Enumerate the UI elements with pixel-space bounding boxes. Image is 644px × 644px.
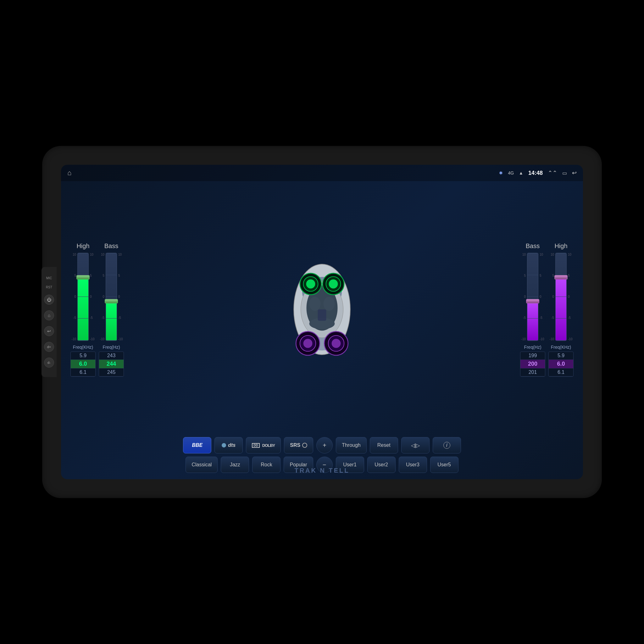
left-high-fader[interactable] bbox=[77, 253, 89, 341]
right-bass-channel: Bass 1050-5-10 bbox=[520, 242, 545, 377]
left-bass-scale-right: 1050-5-10 bbox=[118, 253, 123, 341]
left-bass-freq-label: Freq(Hz) bbox=[103, 345, 120, 350]
left-bass-channel: Bass 1050-5-10 bbox=[99, 242, 124, 377]
right-high-freq-val3[interactable]: 6.1 bbox=[549, 369, 573, 376]
through-label: Through bbox=[342, 442, 361, 448]
status-time: 14:48 bbox=[528, 170, 543, 176]
main-content: High 1050-5-10 bbox=[61, 181, 583, 479]
svg-point-5 bbox=[309, 297, 321, 311]
status-right: ✱ 4G ▲ 14:48 ⌃⌃ ▭ ↩ bbox=[499, 169, 577, 176]
right-bass-fader-wrapper: 1050-5-10 bbox=[521, 253, 544, 341]
rock-button[interactable]: Rock bbox=[252, 457, 280, 473]
user3-label: User3 bbox=[406, 462, 419, 468]
vol-up-button[interactable]: d+ bbox=[44, 342, 54, 352]
back-side-button[interactable]: ↩ bbox=[44, 326, 54, 336]
svg-point-6 bbox=[324, 297, 335, 311]
right-bass-label: Bass bbox=[526, 242, 540, 250]
mic-label: MIC bbox=[44, 276, 54, 280]
srs-label: SRS bbox=[290, 442, 300, 448]
window-icon[interactable]: ▭ bbox=[562, 170, 567, 176]
right-bass-scale-right: 1050-5-10 bbox=[540, 253, 544, 341]
left-high-channel: High 1050-5-10 bbox=[70, 242, 96, 377]
left-bass-fader-wrapper: 1050-5-10 bbox=[100, 253, 123, 341]
bbe-button[interactable]: BBE bbox=[183, 437, 211, 453]
left-high-scale-left: 1050-5-10 bbox=[72, 253, 76, 341]
back-status-icon[interactable]: ↩ bbox=[572, 169, 577, 176]
right-bass-freq-display: 199 200 201 bbox=[520, 352, 545, 377]
right-high-fader[interactable] bbox=[555, 253, 567, 341]
status-bar: ⌂ ✱ 4G ▲ 14:48 ⌃⌃ ▭ ↩ bbox=[61, 165, 583, 181]
brand-logo: TRAK N TELL bbox=[294, 467, 349, 474]
dolby-button[interactable]: DD DOLBY bbox=[246, 437, 281, 453]
volume-icon: ◁|▷ bbox=[411, 442, 420, 448]
svg-point-11 bbox=[306, 280, 315, 289]
right-high-label: High bbox=[554, 242, 567, 250]
plus-button[interactable]: + bbox=[316, 437, 333, 453]
bbe-label: BBE bbox=[192, 442, 203, 448]
left-bass-freq-val1[interactable]: 243 bbox=[99, 352, 124, 360]
side-controls: MIC RST ⏻ ⌂ ↩ d+ d- bbox=[42, 267, 57, 377]
left-bass-freq-val2[interactable]: 244 bbox=[99, 360, 124, 369]
dolby-box-icon: DD bbox=[252, 443, 259, 448]
right-high-freq-val1[interactable]: 5.9 bbox=[549, 352, 573, 360]
right-high-scale-left: 1050-5-10 bbox=[550, 253, 554, 341]
left-bass-fader[interactable] bbox=[106, 253, 117, 341]
left-high-freq-display: 5.9 6.0 6.1 bbox=[70, 352, 96, 377]
home-icon[interactable]: ⌂ bbox=[67, 169, 71, 177]
left-bass-freq-val3[interactable]: 245 bbox=[99, 369, 124, 376]
right-high-fader-wrapper: 1050-5-10 bbox=[550, 253, 573, 341]
right-high-channel: High 1050-5-10 bbox=[548, 242, 574, 377]
reset-button[interactable]: Reset bbox=[370, 437, 398, 453]
signal-icon: ▲ bbox=[519, 170, 523, 175]
jazz-button[interactable]: Jazz bbox=[221, 457, 249, 473]
right-bass-freq-val2[interactable]: 200 bbox=[520, 360, 545, 369]
right-bass-freq-val1[interactable]: 199 bbox=[520, 352, 545, 360]
left-bass-scale-left: 1050-5-10 bbox=[100, 253, 104, 341]
power-button[interactable]: ⏻ bbox=[44, 295, 54, 305]
right-high-freq-label: Freq(KHz) bbox=[551, 345, 571, 350]
dts-circle-icon bbox=[222, 443, 226, 447]
dts-label: dts bbox=[228, 442, 236, 448]
classical-label: Classical bbox=[192, 462, 212, 468]
left-high-freq-label: Freq(KHz) bbox=[73, 345, 93, 350]
user2-button[interactable]: User2 bbox=[367, 457, 396, 473]
home-side-button[interactable]: ⌂ bbox=[44, 310, 54, 320]
screen: ⌂ ✱ 4G ▲ 14:48 ⌃⌃ ▭ ↩ High bbox=[61, 165, 583, 479]
info-button[interactable]: i bbox=[433, 437, 461, 453]
through-button[interactable]: Through bbox=[336, 437, 367, 453]
expand-icon[interactable]: ⌃⌃ bbox=[548, 169, 557, 176]
right-high-freq-val2[interactable]: 6.0 bbox=[549, 360, 573, 369]
right-bass-freq-val3[interactable]: 201 bbox=[520, 369, 545, 376]
car-visualization bbox=[127, 250, 517, 369]
device: MIC RST ⏻ ⌂ ↩ d+ d- ⌂ ✱ 4G ▲ 14:48 ⌃⌃ ▭ … bbox=[42, 146, 602, 498]
left-high-freq-val1[interactable]: 5.9 bbox=[71, 352, 95, 360]
user5-label: User5 bbox=[437, 462, 451, 468]
button-row-1: BBE dts DD DOLBY SRS + bbox=[70, 437, 574, 453]
right-bass-fader[interactable] bbox=[527, 253, 538, 341]
plus-icon: + bbox=[323, 442, 326, 449]
right-bass-scale-left: 1050-5-10 bbox=[521, 253, 526, 341]
bluetooth-icon: ✱ bbox=[499, 170, 503, 175]
left-high-freq-val3[interactable]: 6.1 bbox=[71, 369, 95, 376]
right-bass-freq-label: Freq(Hz) bbox=[524, 345, 541, 350]
user2-label: User2 bbox=[375, 462, 388, 468]
srs-circle-icon bbox=[302, 443, 307, 448]
user3-button[interactable]: User3 bbox=[399, 457, 427, 473]
svg-point-17 bbox=[303, 339, 313, 348]
car-visual bbox=[275, 250, 369, 369]
status-left: ⌂ bbox=[67, 169, 71, 177]
info-icon: i bbox=[443, 442, 450, 449]
left-high-scale-right: 1050-5-10 bbox=[90, 253, 94, 341]
user5-button[interactable]: User5 bbox=[430, 457, 458, 473]
network-label: 4G bbox=[508, 170, 514, 175]
rst-label: RST bbox=[44, 286, 54, 289]
classical-button[interactable]: Classical bbox=[186, 457, 218, 473]
left-high-fader-wrapper: 1050-5-10 bbox=[72, 253, 95, 341]
equalizer-area: High 1050-5-10 bbox=[70, 184, 574, 435]
volume-button[interactable]: ◁|▷ bbox=[401, 437, 430, 453]
srs-button[interactable]: SRS bbox=[284, 437, 313, 453]
vol-down-button[interactable]: d- bbox=[44, 358, 54, 368]
left-high-freq-val2[interactable]: 6.0 bbox=[71, 360, 95, 369]
dts-button[interactable]: dts bbox=[214, 437, 243, 453]
svg-rect-8 bbox=[318, 309, 326, 321]
